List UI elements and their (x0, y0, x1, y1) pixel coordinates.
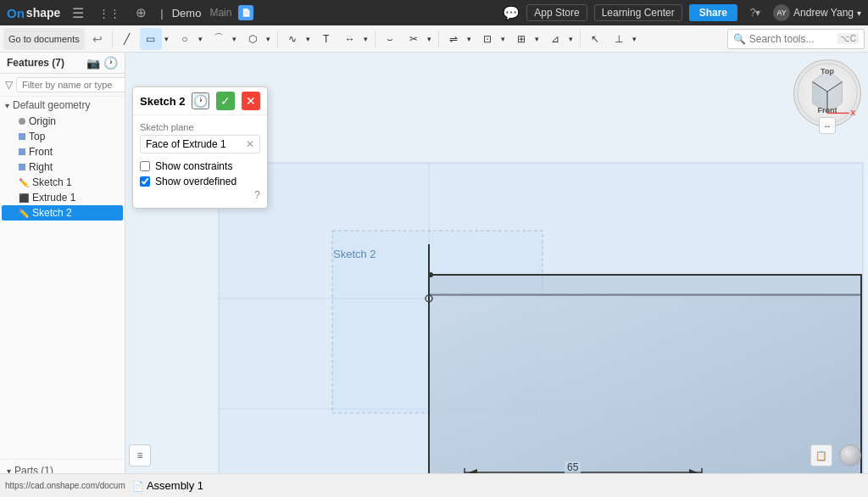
learning-center-button[interactable]: Learning Center (594, 4, 682, 21)
sep3 (375, 31, 376, 47)
sketch-page-icon[interactable]: 📋 (810, 444, 832, 466)
offset-group: ⊡ ▾ (476, 28, 509, 50)
circle-dropdown[interactable]: ▾ (196, 28, 206, 50)
trim-dropdown[interactable]: ▾ (425, 28, 435, 50)
rectangle-tool[interactable]: ▭ (140, 28, 162, 50)
text-tool[interactable]: T (315, 28, 337, 50)
sketch-plane-value: Face of Extrude 1 (146, 138, 226, 150)
sketch-plane-clear[interactable]: ✕ (246, 138, 254, 150)
tree-item-origin[interactable]: Origin (2, 114, 123, 129)
tree-item-extrude1[interactable]: ⬛ Extrude 1 (2, 190, 123, 205)
dimension-tool[interactable]: ↔ (339, 28, 361, 50)
sketch-history-button[interactable]: 🕐 (192, 92, 209, 109)
help-button[interactable]: ?▾ (744, 2, 766, 24)
top-plane-icon (19, 133, 25, 140)
transform-dropdown[interactable]: ▾ (566, 28, 576, 50)
show-overdefined-checkbox[interactable] (140, 176, 150, 187)
doc-name: Demo (172, 7, 202, 20)
pattern-tool[interactable]: ⊞ (510, 28, 532, 50)
left-panel: Features (7) 📷 🕐 ▽ ▾ Default geometry Or… (0, 53, 125, 497)
add-feature-button[interactable]: ⊕ (130, 2, 152, 24)
feature-tree: ▾ Default geometry Origin Top Front Righ… (0, 97, 125, 459)
filter-bar: ▽ (0, 74, 125, 97)
chat-icon[interactable]: 💬 (503, 5, 520, 21)
sketch1-label: Sketch 1 (32, 176, 72, 188)
tree-item-sketch1[interactable]: ✏️ Sketch 1 (2, 175, 123, 190)
sketch-help-button[interactable]: ? (140, 189, 260, 201)
extrude1-icon: ⬛ (19, 193, 29, 203)
arc-dropdown[interactable]: ▾ (230, 28, 240, 50)
user-name: Andrew Yang (793, 7, 854, 19)
sketch-panel-body: Sketch plane Face of Extrude 1 ✕ Show co… (133, 115, 267, 208)
search-input[interactable] (749, 33, 834, 45)
mirror-tool[interactable]: ⇌ (442, 28, 465, 50)
mirror-group: ⇌ ▾ (442, 28, 475, 50)
polygon-tool[interactable]: ⬡ (242, 28, 264, 50)
nav-lines-button[interactable]: ≡ (129, 444, 151, 466)
mirror-dropdown[interactable]: ▾ (465, 28, 475, 50)
share-button[interactable]: Share (689, 4, 737, 21)
sketch-ok-button[interactable]: ✓ (216, 92, 235, 110)
dimension-dropdown[interactable]: ▾ (361, 28, 371, 50)
offset-tool[interactable]: ⊡ (476, 28, 498, 50)
sketch-panel-title: Sketch 2 (140, 95, 185, 108)
dim-65-label: 65 (565, 461, 581, 473)
arc-tool[interactable]: ⌒ (208, 28, 230, 50)
spline-tool[interactable]: ∿ (281, 28, 303, 50)
sketch-cancel-button[interactable]: ✕ (242, 92, 260, 110)
rectangle-dropdown[interactable]: ▾ (162, 28, 172, 50)
sketch2-icon: ✏️ (19, 209, 29, 218)
tree-item-front[interactable]: Front (2, 144, 123, 159)
show-constraints-row: Show constraints (140, 159, 260, 174)
circle-tool[interactable]: ○ (174, 28, 196, 50)
filter-input[interactable] (16, 77, 125, 92)
camera-icon[interactable]: 📷 (86, 57, 100, 70)
arc-group: ⌒ ▾ (208, 28, 240, 50)
extrude1-label: Extrude 1 (32, 192, 75, 204)
tree-item-top[interactable]: Top (2, 129, 123, 144)
default-geometry-header[interactable]: ▾ Default geometry (0, 97, 125, 114)
spline-dropdown[interactable]: ▾ (303, 28, 314, 50)
go-to-documents-button[interactable]: Go to documents (3, 28, 85, 50)
appstore-button[interactable]: App Store (526, 4, 587, 21)
pattern-dropdown[interactable]: ▾ (532, 28, 542, 50)
front-label: Front (29, 146, 53, 158)
trim-tool[interactable]: ✂ (403, 28, 425, 50)
tree-view-toggle[interactable]: ⋮⋮ (96, 2, 123, 24)
dimension-group: ↔ ▾ (339, 28, 371, 50)
view-mode-btn-area: 📋 (810, 444, 832, 466)
sketch1-icon: ✏️ (19, 178, 29, 187)
polygon-dropdown[interactable]: ▾ (264, 28, 274, 50)
trim-group: ✂ ▾ (403, 28, 435, 50)
hamburger-menu[interactable]: ☰ (67, 2, 89, 24)
canvas-area[interactable]: Front Sketch 2 65 30 (125, 53, 868, 497)
assembly-tab[interactable]: 📄 Assembly 1 (132, 479, 203, 492)
logo: Onshape (7, 6, 60, 20)
assembly-icon: 📄 (132, 481, 144, 491)
constraint-tool[interactable]: ⊥ (608, 28, 630, 50)
status-bar: https://cad.onshape.com/docume... (0, 473, 125, 497)
history-icon[interactable]: 🕐 (103, 56, 118, 70)
offset-dropdown[interactable]: ▾ (498, 28, 509, 50)
show-constraints-checkbox[interactable] (140, 161, 150, 171)
tree-item-sketch2[interactable]: ✏️ Sketch 2 (2, 205, 123, 221)
tree-item-right[interactable]: Right (2, 159, 123, 175)
sep1 (112, 31, 113, 47)
back-circle-button[interactable]: ↩ (86, 28, 108, 50)
fillet-tool[interactable]: ⌣ (379, 28, 401, 50)
transform-tool[interactable]: ⊿ (544, 28, 566, 50)
sketch-panel-header: Sketch 2 🕐 ✓ ✕ (133, 87, 267, 115)
origin-label: Origin (29, 115, 56, 127)
sketch2-label: Sketch 2 (32, 207, 72, 219)
main-label: Main (209, 7, 231, 19)
line-tool[interactable]: ╱ (116, 28, 138, 50)
pattern-group: ⊞ ▾ (510, 28, 542, 50)
assembly-tab-label: Assembly 1 (147, 479, 203, 492)
expand-view-btn[interactable]: ↔ (819, 117, 836, 134)
filter-icon: ▽ (5, 79, 13, 91)
cursor-tool[interactable]: ↖ (584, 28, 606, 50)
constraint-dropdown[interactable]: ▾ (630, 28, 640, 50)
sketch-plane-label: Sketch plane (140, 122, 260, 132)
constraint-group: ⊥ ▾ (608, 28, 640, 50)
material-sphere-button[interactable] (839, 444, 861, 466)
